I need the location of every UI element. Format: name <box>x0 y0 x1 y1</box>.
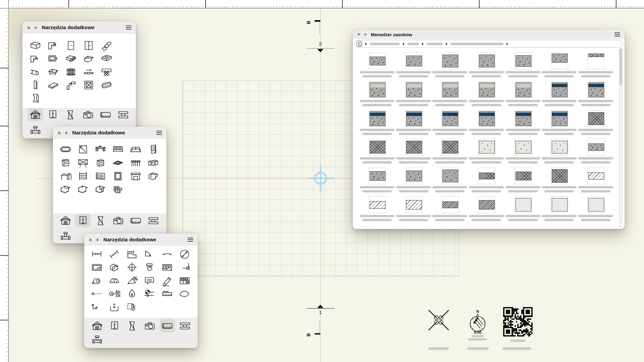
resource-card[interactable] <box>405 53 423 69</box>
resource-card[interactable] <box>515 81 532 98</box>
tool-skylight[interactable] <box>82 79 95 92</box>
tool-counter-sink-b[interactable] <box>76 183 89 196</box>
resource-card[interactable] <box>515 168 532 184</box>
tab-camera[interactable] <box>80 108 96 121</box>
scroll-down-arrow-icon[interactable]: ⌄ <box>619 224 622 228</box>
tool-viewport[interactable] <box>90 261 103 274</box>
tool-curtain[interactable] <box>94 170 107 182</box>
hamburger-menu-icon[interactable] <box>187 238 193 242</box>
tool-wall-pencil[interactable] <box>64 52 77 65</box>
tab-pipe[interactable] <box>58 230 73 243</box>
tab-camera[interactable] <box>110 214 126 227</box>
tool-column-profile[interactable] <box>29 92 42 105</box>
tool-level-marker[interactable] <box>178 261 191 274</box>
scrollbar-thumb[interactable] <box>619 49 622 85</box>
tool-dim-linear[interactable] <box>90 248 103 260</box>
close-icon[interactable]: × <box>89 237 92 243</box>
tab-beam[interactable] <box>115 108 131 121</box>
tool-door[interactable] <box>64 39 77 52</box>
tab-pipe[interactable] <box>89 333 105 347</box>
tool-drop-north[interactable]: N <box>125 288 138 300</box>
resource-card[interactable] <box>478 110 495 127</box>
document-icon[interactable] <box>357 41 362 47</box>
tool-slope[interactable] <box>125 274 138 287</box>
close-icon[interactable]: × <box>27 24 31 31</box>
resource-card[interactable] <box>441 53 459 69</box>
tool-sofa[interactable] <box>129 143 142 156</box>
tool-dresser[interactable] <box>59 156 72 169</box>
tab-beam[interactable] <box>146 214 161 227</box>
tool-desk-chair[interactable] <box>59 170 72 182</box>
tool-wall-3d[interactable] <box>29 39 42 52</box>
tool-detail-ruler[interactable] <box>161 288 173 300</box>
resource-card[interactable] <box>587 196 605 213</box>
tool-attach-clip[interactable] <box>125 301 138 313</box>
tool-formwork[interactable] <box>47 65 59 78</box>
tool-slab-wedge[interactable] <box>82 52 95 65</box>
tool-bed-double[interactable] <box>112 143 124 156</box>
tool-coat-rack[interactable] <box>129 156 142 169</box>
tool-roof-opening[interactable] <box>100 52 113 65</box>
tool-dim-angle[interactable] <box>143 248 156 260</box>
resource-card[interactable] <box>441 110 459 127</box>
tool-desk[interactable] <box>147 156 160 169</box>
hamburger-menu-icon[interactable] <box>126 25 131 29</box>
resource-card[interactable] <box>551 168 568 184</box>
tool-barrier[interactable] <box>29 65 42 78</box>
tab-house[interactable] <box>58 214 73 227</box>
tool-dim-slanted[interactable] <box>108 248 121 260</box>
tool-protractor[interactable] <box>108 274 121 287</box>
tool-path-arrows[interactable] <box>90 301 103 313</box>
resource-card[interactable] <box>441 139 459 156</box>
add-icon[interactable]: + <box>96 237 99 243</box>
tool-counter-sink-a[interactable] <box>59 183 72 196</box>
tool-counter-sink-c[interactable] <box>94 183 107 196</box>
hamburger-menu-icon[interactable] <box>156 131 162 135</box>
tool-table-chairs[interactable] <box>94 143 107 156</box>
resource-card[interactable] <box>478 168 495 184</box>
tool-dim-arc[interactable] <box>161 248 173 260</box>
hamburger-menu-icon[interactable] <box>614 33 620 37</box>
tool-floor-grid[interactable] <box>112 183 124 196</box>
tool-pencil[interactable] <box>161 274 173 287</box>
resource-card[interactable] <box>369 53 386 69</box>
tool-fence[interactable] <box>64 65 77 78</box>
tool-control-panel[interactable] <box>161 261 173 274</box>
tab-glass[interactable] <box>93 214 108 227</box>
tool-fireplace[interactable] <box>129 170 142 182</box>
tab-beam[interactable] <box>177 319 193 333</box>
tool-tape-measure[interactable] <box>90 274 103 287</box>
tool-counter-corner[interactable] <box>147 170 160 182</box>
breadcrumb-segment[interactable] <box>370 43 400 45</box>
resource-card[interactable] <box>478 81 495 98</box>
breadcrumb-segment[interactable] <box>427 43 443 45</box>
tool-survey-point[interactable] <box>143 288 156 300</box>
resource-card[interactable] <box>369 168 386 184</box>
resource-card[interactable] <box>587 53 605 69</box>
resource-card[interactable] <box>369 196 386 213</box>
tab-house[interactable] <box>28 108 43 121</box>
resource-card[interactable] <box>405 168 423 184</box>
resource-card[interactable] <box>551 139 568 156</box>
close-icon[interactable]: × <box>357 32 360 37</box>
resource-card[interactable] <box>515 53 532 69</box>
resource-card[interactable] <box>405 139 423 156</box>
resource-card[interactable] <box>551 196 568 213</box>
resource-card[interactable] <box>369 110 386 127</box>
tool-window-curtain[interactable] <box>76 156 89 169</box>
tool-dim-diameter[interactable] <box>178 248 191 260</box>
resource-card[interactable] <box>587 81 605 98</box>
resource-card[interactable] <box>369 81 386 98</box>
tool-picture[interactable] <box>112 170 124 182</box>
resource-card[interactable] <box>478 196 495 213</box>
tool-nightstand[interactable] <box>94 156 107 169</box>
tool-slab-arrow[interactable] <box>29 52 42 65</box>
tab-camera[interactable] <box>142 319 157 333</box>
tool-towel-radiator[interactable] <box>76 170 89 182</box>
tool-tags[interactable] <box>108 261 121 274</box>
tool-bathtub[interactable] <box>59 143 72 156</box>
resource-card[interactable] <box>587 168 605 184</box>
add-icon[interactable]: + <box>364 32 367 37</box>
resource-card[interactable] <box>369 139 386 156</box>
resource-card[interactable] <box>587 139 605 156</box>
